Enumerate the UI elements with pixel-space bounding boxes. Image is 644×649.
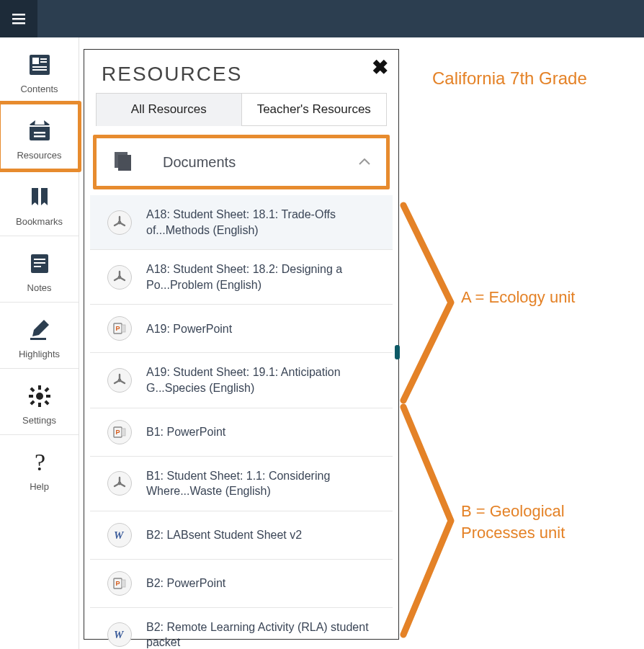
svg-rect-22 xyxy=(38,403,41,407)
resources-panel: RESOURCES ✖ All Resources Teacher's Reso… xyxy=(84,49,399,640)
svg-text:W: W xyxy=(114,629,125,640)
bookmarks-icon xyxy=(4,183,74,212)
annotation-label-b: B = Geological Processes unit xyxy=(461,501,605,543)
document-title: A18: Student Sheet: 18.2: Designing a Po… xyxy=(146,261,378,292)
document-item[interactable]: WB2: LABsent Student Sheet v2 xyxy=(90,511,393,560)
svg-rect-12 xyxy=(30,125,50,127)
document-title: B2: PowerPoint xyxy=(146,576,225,591)
panel-title: RESOURCES xyxy=(102,63,381,86)
word-file-icon: W xyxy=(107,523,132,547)
svg-text:P: P xyxy=(116,325,120,332)
sidebar-label: Help xyxy=(4,481,74,492)
sidebar-label: Resources xyxy=(4,150,74,161)
sidebar-label: Notes xyxy=(4,282,74,293)
sidebar-item-contents[interactable]: Contents xyxy=(0,37,79,104)
pdf-file-icon xyxy=(107,210,132,235)
svg-rect-6 xyxy=(40,61,47,63)
document-item[interactable]: A18: Student Sheet: 18.2: Designing a Po… xyxy=(90,250,393,305)
svg-rect-21 xyxy=(38,385,41,390)
document-title: A19: PowerPoint xyxy=(146,321,232,337)
svg-rect-2 xyxy=(12,22,25,24)
document-item[interactable]: A18: Student Sheet: 18.1: Trade-Offs of.… xyxy=(90,195,393,250)
document-item[interactable]: B1: Student Sheet: 1.1: Considering Wher… xyxy=(90,457,393,511)
ppt-file-icon: P xyxy=(107,420,132,444)
tab-all-resources[interactable]: All Resources xyxy=(96,93,242,126)
document-item[interactable]: PA19: PowerPoint xyxy=(90,305,393,353)
svg-rect-24 xyxy=(46,395,50,398)
svg-point-20 xyxy=(36,393,43,400)
document-title: B1: Student Sheet: 1.1: Considering Wher… xyxy=(146,468,378,499)
document-list: A18: Student Sheet: 18.1: Trade-Offs of.… xyxy=(84,189,398,649)
sidebar-item-notes[interactable]: Notes xyxy=(0,236,79,303)
svg-text:?: ? xyxy=(35,449,45,475)
sidebar-item-settings[interactable]: Settings xyxy=(0,369,79,435)
document-item[interactable]: WB2: Remote Learning Activity (RLA) stud… xyxy=(90,608,393,649)
documents-section-header[interactable]: Documents xyxy=(93,135,390,189)
svg-rect-14 xyxy=(34,135,45,138)
document-title: A18: Student Sheet: 18.1: Trade-Offs of.… xyxy=(146,207,378,238)
svg-text:P: P xyxy=(116,580,120,587)
svg-rect-25 xyxy=(30,387,35,392)
svg-rect-18 xyxy=(34,266,41,267)
highlights-icon xyxy=(4,315,74,344)
word-file-icon: W xyxy=(107,622,132,647)
sidebar-item-help[interactable]: ? Help xyxy=(0,435,79,501)
chevron-up-icon xyxy=(359,156,370,169)
svg-rect-5 xyxy=(40,58,47,60)
svg-rect-13 xyxy=(34,132,45,134)
tab-bar: All Resources Teacher's Resources xyxy=(84,93,398,126)
svg-rect-16 xyxy=(34,259,45,260)
document-item[interactable]: PB2: PowerPoint xyxy=(90,560,393,608)
svg-rect-19 xyxy=(30,338,46,340)
sidebar-label: Contents xyxy=(4,84,74,94)
settings-icon xyxy=(4,382,74,411)
top-bar xyxy=(0,0,644,37)
annotation-bracket-b xyxy=(402,406,460,639)
sidebar-label: Highlights xyxy=(4,349,74,359)
document-item[interactable]: A19: Student Sheet: 19.1: Anticipation G… xyxy=(90,353,393,408)
svg-rect-28 xyxy=(30,400,35,405)
svg-rect-23 xyxy=(29,395,33,398)
notes-icon xyxy=(4,249,74,278)
hamburger-icon xyxy=(10,10,27,27)
svg-rect-27 xyxy=(44,387,49,392)
svg-rect-31 xyxy=(118,155,131,171)
svg-text:P: P xyxy=(116,429,120,436)
svg-rect-1 xyxy=(12,18,25,20)
document-title: B2: Remote Learning Activity (RLA) stude… xyxy=(146,619,378,649)
sidebar-label: Bookmarks xyxy=(4,216,74,227)
svg-rect-17 xyxy=(34,262,45,264)
sidebar-item-bookmarks[interactable]: Bookmarks xyxy=(0,170,79,236)
annotation-heading: California 7th Grade xyxy=(432,68,587,89)
sidebar-item-resources[interactable]: Resources xyxy=(0,104,79,170)
close-button[interactable]: ✖ xyxy=(372,55,388,79)
svg-rect-36 xyxy=(122,325,125,332)
svg-rect-7 xyxy=(32,66,47,68)
pdf-file-icon xyxy=(107,265,132,290)
annotation-bracket-a xyxy=(402,204,460,405)
resources-icon xyxy=(4,117,74,146)
sidebar: Contents Resources Bookmarks Notes Highl… xyxy=(0,37,79,649)
svg-rect-8 xyxy=(32,69,47,71)
ppt-file-icon: P xyxy=(107,316,132,341)
document-title: A19: Student Sheet: 19.1: Anticipation G… xyxy=(146,364,378,395)
menu-button[interactable] xyxy=(0,0,37,37)
sidebar-item-highlights[interactable]: Highlights xyxy=(0,303,79,369)
pdf-file-icon xyxy=(107,471,132,496)
tab-teacher-resources[interactable]: Teacher's Resources xyxy=(242,93,388,126)
svg-rect-26 xyxy=(44,400,49,405)
scrollbar-thumb[interactable] xyxy=(395,345,400,359)
documents-icon xyxy=(112,150,134,174)
svg-rect-40 xyxy=(122,429,125,436)
pdf-file-icon xyxy=(107,368,132,393)
section-title: Documents xyxy=(163,154,236,171)
svg-rect-4 xyxy=(32,58,39,64)
document-item[interactable]: PB1: PowerPoint xyxy=(90,408,393,457)
svg-rect-0 xyxy=(12,14,25,16)
sidebar-label: Settings xyxy=(4,415,74,426)
close-icon: ✖ xyxy=(372,56,388,79)
ppt-file-icon: P xyxy=(107,571,132,596)
svg-text:W: W xyxy=(114,529,125,541)
document-title: B2: LABsent Student Sheet v2 xyxy=(146,527,302,543)
annotation-label-a: A = Ecology unit xyxy=(461,288,575,307)
